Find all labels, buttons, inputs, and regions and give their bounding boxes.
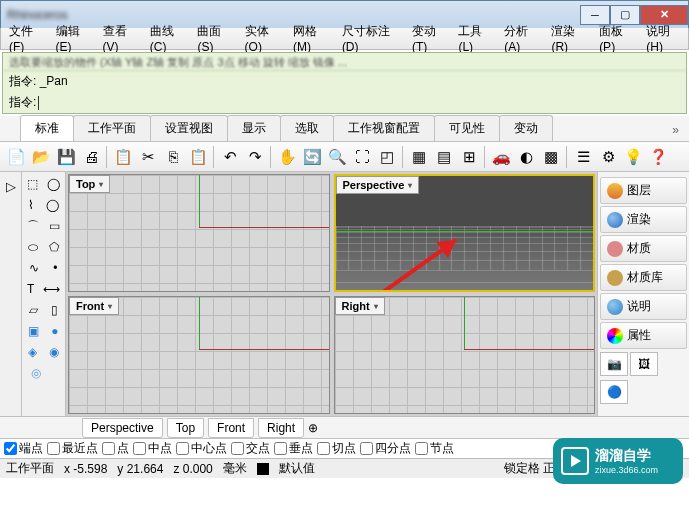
osnap-item[interactable]: 垂点 [274, 440, 313, 457]
named-view-icon[interactable]: ▤ [432, 145, 456, 169]
menu-item[interactable]: 文件(F) [5, 21, 50, 56]
viewport-front-label[interactable]: Front [69, 297, 119, 315]
ribbon-tab[interactable]: 选取 [280, 115, 334, 141]
menu-item[interactable]: 说明(H) [642, 21, 688, 56]
new-icon[interactable]: 📄 [4, 145, 28, 169]
menu-item[interactable]: 网格(M) [289, 21, 336, 56]
osnap-checkbox[interactable] [274, 442, 287, 455]
viewport-perspective-label[interactable]: Perspective [336, 176, 420, 194]
copy-icon[interactable]: ⎘ [161, 145, 185, 169]
osnap-item[interactable]: 端点 [4, 440, 43, 457]
right-panel-item[interactable]: 材质库 [600, 264, 687, 291]
help-icon[interactable]: ❓ [646, 145, 670, 169]
wireframe-icon[interactable]: ▩ [539, 145, 563, 169]
command-input[interactable] [38, 96, 680, 110]
surface-icon[interactable]: ▱ [29, 303, 38, 317]
arc-icon[interactable]: ⌒ [27, 218, 39, 235]
osnap-checkbox[interactable] [231, 442, 244, 455]
menu-item[interactable]: 工具(L) [454, 21, 498, 56]
osnap-checkbox[interactable] [317, 442, 330, 455]
osnap-item[interactable]: 四分点 [360, 440, 411, 457]
panel-tool-icon[interactable]: 🖼 [630, 352, 658, 376]
pan-icon[interactable]: ✋ [275, 145, 299, 169]
viewport-perspective[interactable]: Perspective [334, 174, 596, 292]
viewport-right-label[interactable]: Right [335, 297, 385, 315]
cut-icon[interactable]: ✂ [136, 145, 160, 169]
undo-icon[interactable]: ↶ [218, 145, 242, 169]
paste-icon[interactable]: 📋 [186, 145, 210, 169]
open-icon[interactable]: 📂 [29, 145, 53, 169]
ribbon-tab[interactable]: 标准 [20, 115, 74, 141]
osnap-checkbox[interactable] [4, 442, 17, 455]
pointer-icon[interactable]: ▷ [1, 176, 21, 196]
osnap-item[interactable]: 中点 [133, 440, 172, 457]
zoom-window-icon[interactable]: ◰ [375, 145, 399, 169]
viewport-tab[interactable]: Perspective [82, 418, 163, 438]
rect-icon[interactable]: ▭ [49, 219, 60, 233]
viewport-front[interactable]: Front [68, 296, 330, 414]
sphere-icon[interactable]: ● [51, 324, 58, 338]
ribbon-tab[interactable]: 变动 [499, 115, 553, 141]
right-panel-item[interactable]: 说明 [600, 293, 687, 320]
render-icon[interactable]: 🚗 [489, 145, 513, 169]
rotate-view-icon[interactable]: 🔄 [300, 145, 324, 169]
panel-tool-icon[interactable]: 📷 [600, 352, 628, 376]
viewport-tab[interactable]: Front [208, 418, 254, 438]
viewport-tab[interactable]: Top [167, 418, 204, 438]
osnap-checkbox[interactable] [47, 442, 60, 455]
menu-item[interactable]: 分析(A) [500, 21, 545, 56]
osnap-checkbox[interactable] [133, 442, 146, 455]
menu-item[interactable]: 编辑(E) [52, 21, 97, 56]
menu-item[interactable]: 查看(V) [99, 21, 144, 56]
zoom-icon[interactable]: 🔍 [325, 145, 349, 169]
save-icon[interactable]: 💾 [54, 145, 78, 169]
mesh-icon[interactable]: ◈ [28, 345, 37, 359]
osnap-checkbox[interactable] [102, 442, 115, 455]
ellipse-icon[interactable]: ⬭ [28, 240, 38, 254]
ribbon-tab[interactable]: 工作平面 [73, 115, 151, 141]
print-icon[interactable]: 🖨 [79, 145, 103, 169]
osnap-item[interactable]: 交点 [231, 440, 270, 457]
osnap-item[interactable]: 点 [102, 440, 129, 457]
menu-item[interactable]: 渲染(R) [547, 21, 593, 56]
ribbon-tab[interactable]: 工作视窗配置 [333, 115, 435, 141]
osnap-checkbox[interactable] [176, 442, 189, 455]
shade-icon[interactable]: ◐ [514, 145, 538, 169]
text-icon[interactable]: T [27, 282, 34, 296]
add-viewport-icon[interactable]: ⊕ [308, 421, 318, 435]
solid-icon[interactable]: ◉ [49, 345, 59, 359]
menu-item[interactable]: 变动(T) [408, 21, 453, 56]
4view-icon[interactable]: ⊞ [457, 145, 481, 169]
clipboard-icon[interactable]: 📋 [111, 145, 135, 169]
select-icon[interactable]: ⬚ [27, 177, 38, 191]
curve-icon[interactable]: ∿ [29, 261, 39, 275]
osnap-item[interactable]: 节点 [415, 440, 454, 457]
menu-item[interactable]: 实体(O) [241, 21, 287, 56]
polygon-icon[interactable]: ⬠ [49, 240, 59, 254]
ribbon-tab[interactable]: 显示 [227, 115, 281, 141]
menu-item[interactable]: 曲面(S) [193, 21, 238, 56]
tabs-overflow-icon[interactable]: » [662, 119, 689, 141]
point-icon[interactable]: • [53, 261, 57, 275]
light-icon[interactable]: 💡 [621, 145, 645, 169]
lasso-icon[interactable]: ◯ [47, 177, 60, 191]
circle-icon[interactable]: ◯ [46, 198, 59, 212]
cplane-icon[interactable]: ▦ [407, 145, 431, 169]
panel-tool-icon[interactable]: 🔵 [600, 380, 628, 404]
osnap-item[interactable]: 最近点 [47, 440, 98, 457]
properties-icon[interactable]: ⚙ [596, 145, 620, 169]
menu-item[interactable]: 尺寸标注(D) [338, 21, 406, 56]
right-panel-item[interactable]: 渲染 [600, 206, 687, 233]
viewport-top[interactable]: Top [68, 174, 330, 292]
osnap-item[interactable]: 切点 [317, 440, 356, 457]
menu-item[interactable]: 面板(P) [595, 21, 640, 56]
extrude-icon[interactable]: ▯ [51, 303, 58, 317]
viewport-right[interactable]: Right [334, 296, 596, 414]
right-panel-item[interactable]: 属性 [600, 322, 687, 349]
box-icon[interactable]: ▣ [28, 324, 39, 338]
ribbon-tab[interactable]: 设置视图 [150, 115, 228, 141]
right-panel-item[interactable]: 材质 [600, 235, 687, 262]
viewport-tab[interactable]: Right [258, 418, 304, 438]
polyline-icon[interactable]: ⌇ [28, 198, 34, 212]
osnap-checkbox[interactable] [360, 442, 373, 455]
